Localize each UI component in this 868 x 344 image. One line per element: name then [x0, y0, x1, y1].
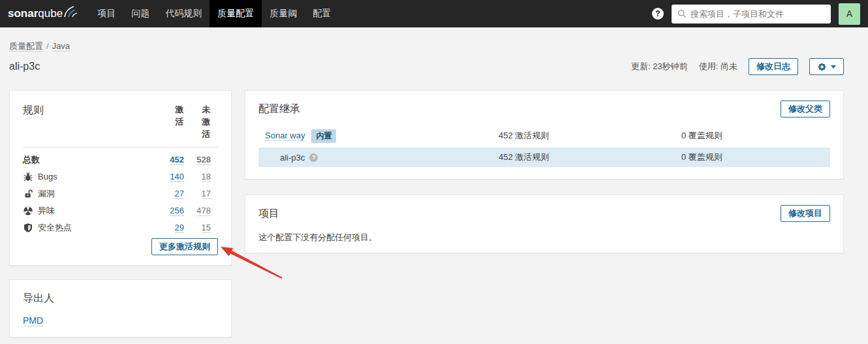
inheritance-header: 配置继承 修改父类 [258, 101, 830, 117]
total-inactive-count-link[interactable]: 528 [196, 155, 211, 165]
security-hotspots-inactive-count-link[interactable]: 15 [202, 223, 211, 233]
bug-icon [23, 172, 33, 182]
profile-header: ali-p3c 更新: 23秒钟前 使用: 尚未 修改日志 [9, 58, 844, 75]
rule-label-bugs: Bugs [38, 172, 57, 181]
change-parent-button[interactable]: 修改父类 [781, 101, 830, 117]
inheritance-row-sonar-way: Sonar way 内置 452 激活规则 0 覆盖规则 [258, 126, 830, 146]
inheritance-panel-title: 配置继承 [258, 102, 300, 116]
page-content: 质量配置/Java ali-p3c 更新: 23秒钟前 使用: 尚未 修改日志 [0, 40, 868, 337]
rules-divider [23, 147, 218, 148]
rule-label-total: 总数 [23, 154, 161, 166]
current-profile-overridden-rules: 0 覆盖规则 [681, 151, 830, 163]
projects-header: 项目 修改项目 [258, 205, 830, 222]
search-input[interactable] [690, 9, 825, 19]
profile-help-icon[interactable]: ? [309, 153, 318, 162]
nav-item-rules[interactable]: 代码规则 [157, 0, 209, 27]
rule-row-vulnerabilities: 漏洞 27 17 [23, 185, 218, 202]
main-nav: 项目 问题 代码规则 质量配置 质量阈 配置 [89, 0, 339, 27]
pmd-exporter-link[interactable]: PMD [23, 315, 43, 326]
projects-panel: 项目 修改项目 这个配置下没有分配任何项目。 [245, 195, 844, 253]
code-smells-active-count-link[interactable]: 256 [170, 206, 184, 216]
changelog-button[interactable]: 修改日志 [749, 58, 798, 75]
security-hotspots-active-count-link[interactable]: 29 [175, 223, 184, 233]
page-title: ali-p3c [9, 61, 40, 72]
rule-label-security-hotspots: 安全热点 [38, 222, 72, 234]
inheritance-rows: Sonar way 内置 452 激活规则 0 覆盖规则 ali-p3c ? 4… [258, 126, 830, 167]
updated-timestamp: 更新: 23秒钟前 [631, 61, 688, 72]
help-icon[interactable]: ? [652, 8, 664, 20]
more-active-rules-button[interactable]: 更多激活规则 [151, 238, 218, 255]
total-active-count-link[interactable]: 452 [170, 155, 184, 165]
sonar-way-overridden-rules: 0 覆盖规则 [681, 130, 830, 142]
gear-icon [817, 62, 827, 72]
sonar-way-link[interactable]: Sonar way [265, 131, 305, 141]
logo-text-light: qube [38, 7, 63, 20]
exporters-panel: 导出人 PMD [9, 279, 232, 337]
main-columns: 规则 激活 未激活 总数 452 528 [9, 90, 844, 337]
top-navbar: sonarqube 项目 问题 代码规则 质量配置 质量阈 配置 ? A [0, 0, 868, 27]
right-column: 配置继承 修改父类 Sonar way 内置 452 激活规则 0 覆盖规则 [245, 90, 844, 253]
nav-item-quality-profiles[interactable]: 质量配置 [209, 0, 262, 27]
user-avatar[interactable]: A [839, 3, 860, 25]
vulnerabilities-active-count-link[interactable]: 27 [175, 189, 184, 199]
rule-row-code-smells: 异味 256 478 [23, 202, 218, 219]
chevron-down-icon [831, 65, 836, 69]
code-smells-inactive-count-link[interactable]: 478 [196, 206, 211, 216]
built-in-badge: 内置 [311, 129, 336, 143]
nav-item-quality-gates[interactable]: 质量阈 [262, 0, 305, 27]
rule-row-total: 总数 452 528 [23, 151, 218, 168]
vulnerability-icon [23, 189, 33, 199]
projects-empty-message: 这个配置下没有分配任何项目。 [258, 232, 830, 243]
exporters-panel-title: 导出人 [23, 292, 218, 305]
current-profile-name: ali-p3c [280, 153, 305, 163]
sonarqube-logo[interactable]: sonarqube [8, 0, 79, 27]
current-profile-active-rules: 452 激活规则 [499, 151, 681, 163]
security-hotspot-icon [23, 223, 33, 233]
left-column: 规则 激活 未激活 总数 452 528 [9, 90, 232, 337]
rules-table-header: 规则 激活 未激活 [23, 104, 218, 141]
inheritance-panel: 配置继承 修改父类 Sonar way 内置 452 激活规则 0 覆盖规则 [245, 90, 844, 180]
global-search[interactable] [672, 5, 831, 23]
logo-waves-icon [63, 5, 79, 18]
rule-row-security-hotspots: 安全热点 29 15 [23, 219, 218, 236]
nav-right-group: ? A [652, 0, 860, 27]
change-projects-button[interactable]: 修改项目 [781, 205, 830, 222]
inheritance-row-current-profile: ali-p3c ? 452 激活规则 0 覆盖规则 [258, 148, 830, 167]
profile-meta: 更新: 23秒钟前 使用: 尚未 修改日志 [631, 58, 844, 75]
nav-item-administration[interactable]: 配置 [305, 0, 339, 27]
nav-item-issues[interactable]: 问题 [123, 0, 157, 27]
bugs-active-count-link[interactable]: 140 [170, 172, 184, 182]
sonar-way-active-rules: 452 激活规则 [499, 130, 681, 142]
breadcrumb-quality-profiles-link[interactable]: 质量配置 [9, 41, 43, 52]
rules-panel: 规则 激活 未激活 总数 452 528 [9, 90, 232, 266]
code-smell-icon [23, 206, 33, 216]
used-status: 使用: 尚未 [699, 61, 737, 72]
breadcrumb: 质量配置/Java [9, 40, 844, 52]
rule-label-code-smells: 异味 [38, 205, 55, 217]
rules-col-inactive-header: 未激活 [191, 104, 218, 141]
rules-col-active-header: 激活 [161, 104, 191, 141]
projects-panel-title: 项目 [258, 207, 279, 221]
nav-item-projects[interactable]: 项目 [89, 0, 123, 27]
rule-row-bugs: Bugs 140 18 [23, 168, 218, 185]
logo-text-bold: sonar [8, 7, 38, 20]
breadcrumb-separator: / [46, 41, 49, 51]
breadcrumb-language-link[interactable]: Java [52, 41, 70, 52]
profile-actions-button[interactable] [809, 58, 844, 75]
vulnerabilities-inactive-count-link[interactable]: 17 [202, 189, 211, 199]
bugs-inactive-count-link[interactable]: 18 [202, 172, 211, 182]
rules-panel-title: 规则 [23, 104, 161, 141]
search-icon [677, 9, 687, 18]
rule-label-vulnerabilities: 漏洞 [38, 188, 55, 200]
nav-spacer [339, 0, 652, 27]
